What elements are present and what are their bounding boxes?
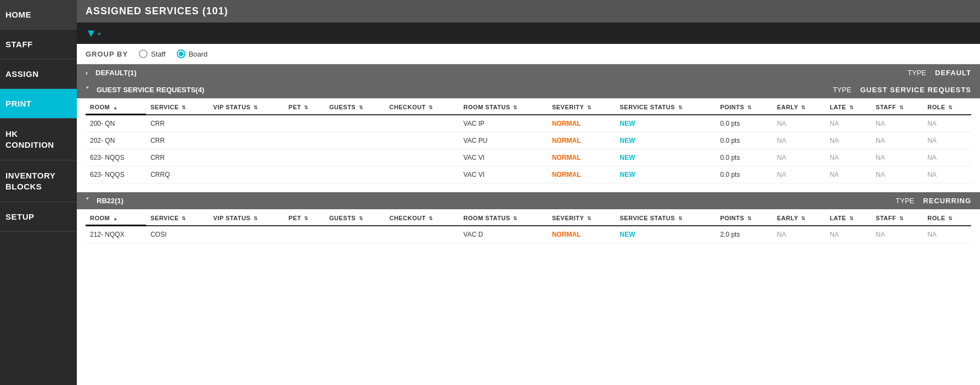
cell-guests bbox=[325, 115, 385, 132]
sidebar-item-print[interactable]: PRINT bbox=[0, 89, 77, 119]
sidebar-item-inventory-blocks[interactable]: INVENTORY BLOCKS bbox=[0, 160, 77, 202]
cell-checkout bbox=[385, 132, 459, 149]
col-room-status-gs[interactable]: ROOM STATUS ⇅ bbox=[459, 98, 548, 115]
cell-room-status: VAC VI bbox=[459, 166, 548, 183]
table-row[interactable]: 623- NQQS CRR VAC VI NORMAL NEW 0.0 pts … bbox=[86, 149, 971, 166]
cell-service: CRR bbox=[146, 149, 209, 166]
col-early-rb22[interactable]: EARLY ⇅ bbox=[773, 209, 825, 226]
page-title: ASSIGNED SERVICES (101) bbox=[86, 5, 228, 16]
group-header-rb22[interactable]: ˅ RB22(1) TYPE RECURRING bbox=[77, 192, 980, 209]
table-row[interactable]: 212- NQQX COSI VAC D NORMAL NEW 2.0 pts … bbox=[86, 226, 971, 243]
group-name-guest-service: GUEST SERVICE REQUESTS(4) bbox=[97, 86, 816, 94]
group-header-default[interactable]: › DEFAULT(1) TYPE DEFAULT bbox=[77, 64, 980, 81]
col-room-gs[interactable]: ROOM ▲ bbox=[86, 98, 146, 115]
cell-severity: NORMAL bbox=[548, 166, 616, 183]
type-label-rb22: TYPE bbox=[895, 197, 914, 205]
cell-service: CRR bbox=[146, 132, 209, 149]
cell-pet bbox=[284, 132, 325, 149]
main-content: ASSIGNED SERVICES (101) ▼ + GROUP BY Sta… bbox=[77, 0, 980, 385]
cell-early: NA bbox=[773, 166, 825, 183]
sidebar-item-setup[interactable]: SETUP bbox=[0, 202, 77, 232]
table-row[interactable]: 623- NQQS CRRQ VAC VI NORMAL NEW 0.0 pts… bbox=[86, 166, 971, 183]
cell-guests bbox=[325, 132, 385, 149]
filter-plus-icon[interactable]: + bbox=[97, 29, 102, 38]
col-room-status-rb22[interactable]: ROOM STATUS ⇅ bbox=[459, 209, 548, 226]
cell-service: CRR bbox=[146, 115, 209, 132]
col-role-gs[interactable]: ROLE ⇅ bbox=[923, 98, 971, 115]
col-pet-gs[interactable]: PET ⇅ bbox=[284, 98, 325, 115]
guest-service-table: ROOM ▲ SERVICE ⇅ VIP STATUS ⇅ PET ⇅ GUES… bbox=[86, 98, 971, 183]
sidebar-item-hk-condition[interactable]: HK CONDITION bbox=[0, 119, 77, 160]
col-room-rb22[interactable]: ROOM ▲ bbox=[86, 209, 146, 226]
col-service-status-gs[interactable]: SERVICE STATUS ⇅ bbox=[616, 98, 716, 115]
cell-vip bbox=[209, 115, 284, 132]
col-service-status-rb22[interactable]: SERVICE STATUS ⇅ bbox=[616, 209, 716, 226]
filter-bar: ▼ + bbox=[77, 23, 980, 44]
cell-role: NA bbox=[923, 166, 971, 183]
cell-points: 0.0 pts bbox=[716, 115, 773, 132]
cell-checkout bbox=[385, 166, 459, 183]
cell-vip bbox=[209, 166, 284, 183]
scroll-area[interactable]: › DEFAULT(1) TYPE DEFAULT ˅ GUEST SERVIC… bbox=[77, 64, 980, 385]
cell-severity: NORMAL bbox=[548, 132, 616, 149]
group-name-rb22: RB22(1) bbox=[97, 197, 879, 205]
groupby-staff-radio[interactable] bbox=[139, 49, 148, 58]
cell-guests bbox=[325, 149, 385, 166]
cell-room-status: VAC IP bbox=[459, 115, 548, 132]
table-row[interactable]: 200- QN CRR VAC IP NORMAL NEW 0.0 pts NA… bbox=[86, 115, 971, 132]
cell-early: NA bbox=[773, 132, 825, 149]
cell-room: 212- NQQX bbox=[86, 226, 146, 243]
cell-checkout bbox=[385, 149, 459, 166]
cell-role: NA bbox=[923, 149, 971, 166]
group-header-guest-service[interactable]: ˅ GUEST SERVICE REQUESTS(4) TYPE GUEST S… bbox=[77, 81, 980, 98]
filter-icon[interactable]: ▼ bbox=[86, 27, 97, 40]
cell-room: 623- NQQS bbox=[86, 166, 146, 183]
rb22-table: ROOM ▲ SERVICE ⇅ VIP STATUS ⇅ PET ⇅ GUES… bbox=[86, 209, 971, 243]
col-staff-gs[interactable]: STAFF ⇅ bbox=[871, 98, 923, 115]
cell-service-status: NEW bbox=[616, 149, 716, 166]
col-points-gs[interactable]: POINTS ⇅ bbox=[716, 98, 773, 115]
col-late-gs[interactable]: LATE ⇅ bbox=[825, 98, 871, 115]
col-pet-rb22[interactable]: PET ⇅ bbox=[284, 209, 325, 226]
col-guests-rb22[interactable]: GUESTS ⇅ bbox=[325, 209, 385, 226]
col-service-rb22[interactable]: SERVICE ⇅ bbox=[146, 209, 209, 226]
col-checkout-rb22[interactable]: CHECKOUT ⇅ bbox=[385, 209, 459, 226]
groupby-staff-option[interactable]: Staff bbox=[139, 49, 166, 58]
type-label-guest-service: TYPE bbox=[833, 86, 852, 94]
cell-severity: NORMAL bbox=[548, 149, 616, 166]
cell-service-status: NEW bbox=[616, 132, 716, 149]
groupby-board-radio[interactable] bbox=[177, 49, 185, 58]
cell-late: NA bbox=[825, 149, 871, 166]
col-guests-gs[interactable]: GUESTS ⇅ bbox=[325, 98, 385, 115]
col-severity-rb22[interactable]: SEVERITY ⇅ bbox=[548, 209, 616, 226]
col-staff-rb22[interactable]: STAFF ⇅ bbox=[871, 209, 923, 226]
cell-late: NA bbox=[825, 115, 871, 132]
cell-staff: NA bbox=[871, 132, 923, 149]
table-row[interactable]: 202- QN CRR VAC PU NORMAL NEW 0.0 pts NA… bbox=[86, 132, 971, 149]
col-role-rb22[interactable]: ROLE ⇅ bbox=[923, 209, 971, 226]
type-value-guest-service: GUEST SERVICE REQUESTS bbox=[860, 86, 971, 94]
groupby-board-option[interactable]: Board bbox=[177, 49, 208, 58]
col-points-rb22[interactable]: POINTS ⇅ bbox=[716, 209, 773, 226]
col-service-gs[interactable]: SERVICE ⇅ bbox=[146, 98, 209, 115]
cell-late: NA bbox=[825, 226, 871, 243]
cell-pet bbox=[284, 149, 325, 166]
col-checkout-gs[interactable]: CHECKOUT ⇅ bbox=[385, 98, 459, 115]
col-severity-gs[interactable]: SEVERITY ⇅ bbox=[548, 98, 616, 115]
sidebar-item-staff[interactable]: STAFF bbox=[0, 30, 77, 59]
cell-pet bbox=[284, 166, 325, 183]
col-late-rb22[interactable]: LATE ⇅ bbox=[825, 209, 871, 226]
sidebar-item-home[interactable]: HOME bbox=[0, 0, 77, 30]
rb22-table-container: ROOM ▲ SERVICE ⇅ VIP STATUS ⇅ PET ⇅ GUES… bbox=[77, 209, 980, 252]
page-header: ASSIGNED SERVICES (101) bbox=[77, 0, 980, 23]
col-early-gs[interactable]: EARLY ⇅ bbox=[773, 98, 825, 115]
type-value-default: DEFAULT bbox=[935, 69, 971, 77]
col-vip-rb22[interactable]: VIP STATUS ⇅ bbox=[209, 209, 284, 226]
col-vip-gs[interactable]: VIP STATUS ⇅ bbox=[209, 98, 284, 115]
cell-early: NA bbox=[773, 115, 825, 132]
cell-room: 200- QN bbox=[86, 115, 146, 132]
sidebar-item-assign[interactable]: ASSIGN bbox=[0, 59, 77, 89]
cell-staff: NA bbox=[871, 149, 923, 166]
cell-early: NA bbox=[773, 149, 825, 166]
cell-room-status: VAC VI bbox=[459, 149, 548, 166]
